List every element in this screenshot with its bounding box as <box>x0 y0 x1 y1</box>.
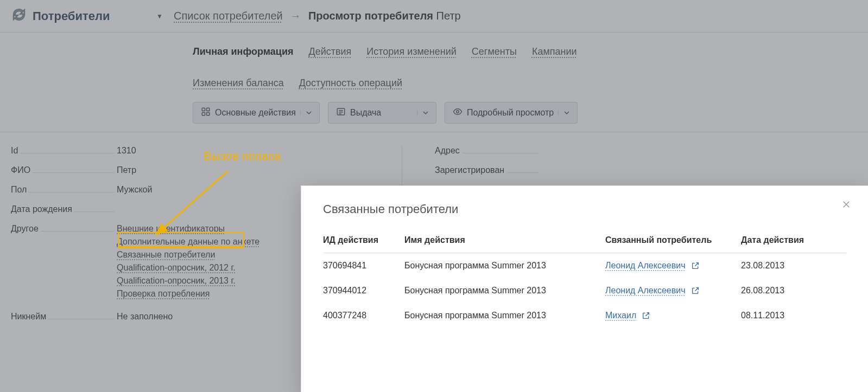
related-consumers-table: ИД действия Имя действия Связанный потре… <box>323 230 846 328</box>
table-header-row: ИД действия Имя действия Связанный потре… <box>323 230 846 253</box>
cell-action-id: 370694841 <box>323 253 404 279</box>
col-action-id: ИД действия <box>323 230 404 253</box>
linked-consumer-link[interactable]: Леонид Алексеевич <box>605 286 686 295</box>
popup-close-button[interactable] <box>840 198 853 211</box>
col-action-name: Имя действия <box>404 230 605 253</box>
table-row: 370944012 Бонусная программа Summer 2013… <box>323 278 846 303</box>
related-consumers-popup: Связанные потребители ИД действия Имя де… <box>301 186 868 392</box>
linked-consumer-link[interactable]: Михаил <box>605 311 636 320</box>
col-date: Дата действия <box>741 230 846 253</box>
close-icon <box>841 200 851 209</box>
external-link-icon <box>642 311 650 320</box>
cell-date: 08.11.2013 <box>741 303 846 328</box>
cell-action-id: 400377248 <box>323 303 404 328</box>
table-row: 370694841 Бонусная программа Summer 2013… <box>323 253 846 279</box>
external-link-icon <box>691 261 700 270</box>
external-link-icon <box>691 286 700 295</box>
cell-action-name: Бонусная программа Summer 2013 <box>404 253 605 279</box>
cell-date: 23.08.2013 <box>741 253 846 279</box>
cell-action-name: Бонусная программа Summer 2013 <box>404 303 605 328</box>
popup-title: Связанные потребители <box>323 202 846 216</box>
col-linked: Связанный потребитель <box>605 230 741 253</box>
cell-action-id: 370944012 <box>323 278 404 303</box>
cell-action-name: Бонусная программа Summer 2013 <box>404 278 605 303</box>
table-row: 400377248 Бонусная программа Summer 2013… <box>323 303 846 328</box>
cell-date: 26.08.2013 <box>741 278 846 303</box>
linked-consumer-link[interactable]: Леонид Алексеевич <box>605 261 686 271</box>
